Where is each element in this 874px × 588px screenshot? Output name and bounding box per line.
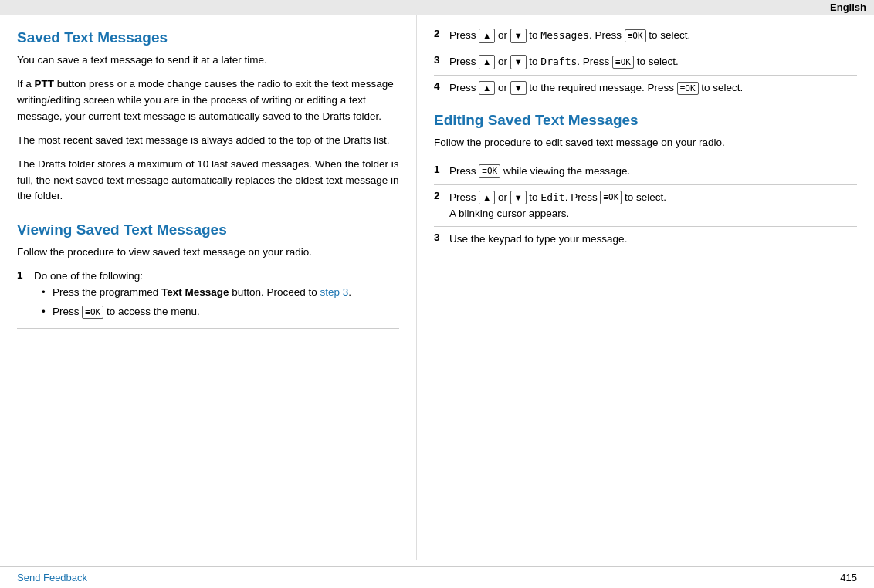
viewing-section: Viewing Saved Text Messages Follow the p…: [17, 221, 399, 261]
down-arrow-step2: ▼: [510, 29, 527, 42]
page-number: 415: [840, 572, 857, 583]
ok-icon-bullet2: ≡OK: [82, 306, 103, 319]
ok-icon-edit1: ≡OK: [479, 164, 500, 177]
ok-icon-step2: ≡OK: [625, 29, 646, 42]
up-arrow-step2: ▲: [479, 29, 495, 42]
para2: If a PTT button press or a mode change c…: [17, 76, 399, 125]
bullet-list: Press the programmed Text Message button…: [42, 285, 399, 320]
right-step-3: 3 Press ▲ or ▼ to Drafts. Press ≡OK to s…: [434, 49, 857, 76]
para1: You can save a text message to send it a…: [17, 52, 399, 69]
ok-icon-edit2: ≡OK: [600, 191, 622, 204]
step1-label: 1: [17, 269, 34, 323]
steps-list: 1 Do one of the following: Press the pro…: [17, 269, 399, 323]
edit-step2-label: 2: [434, 190, 449, 222]
right-steps: 2 Press ▲ or ▼ to Messages. Press ≡OK to…: [434, 23, 857, 101]
editing-para: Follow the procedure to edit saved text …: [434, 135, 857, 151]
edit-step1-label: 1: [434, 164, 449, 180]
edit-step-3: 3 Use the keypad to type your message.: [434, 227, 857, 252]
step3-label: 3: [434, 54, 449, 70]
bullet-2: Press ≡OK to access the menu.: [42, 304, 399, 320]
step3-content: Press ▲ or ▼ to Drafts. Press ≡OK to sel…: [449, 54, 857, 70]
top-bar: English: [0, 0, 874, 15]
edit-step3-content: Use the keypad to type your message.: [449, 231, 857, 248]
editing-title: Editing Saved Text Messages: [434, 112, 857, 129]
left-divider: [17, 328, 399, 329]
edit-step1-content: Press ≡OK while viewing the message.: [449, 164, 857, 180]
edit-step3-label: 3: [434, 231, 449, 248]
bullet-1: Press the programmed Text Message button…: [42, 285, 399, 301]
edit-step-2: 2 Press ▲ or ▼ to Edit. Press ≡OK to sel…: [434, 185, 857, 228]
right-step-2: 2 Press ▲ or ▼ to Messages. Press ≡OK to…: [434, 23, 857, 49]
step-1: 1 Do one of the following: Press the pro…: [17, 269, 399, 323]
viewing-title: Viewing Saved Text Messages: [17, 221, 399, 238]
step1-text: Do one of the following:: [34, 270, 143, 282]
language-label: English: [830, 2, 866, 13]
step2-content: Press ▲ or ▼ to Messages. Press ≡OK to s…: [449, 28, 857, 44]
step4-label: 4: [434, 80, 449, 96]
edit-step-1: 1 Press ≡OK while viewing the message.: [434, 159, 857, 185]
step1-content: Do one of the following: Press the progr…: [34, 269, 399, 323]
viewing-para: Follow the procedure to view saved text …: [17, 245, 399, 261]
main-content: Saved Text Messages You can save a text …: [0, 15, 874, 560]
up-arrow-step3: ▲: [479, 55, 495, 69]
footer: Send Feedback 415: [0, 566, 874, 588]
up-arrow-step4: ▲: [479, 81, 495, 95]
para4: The Drafts folder stores a maximum of 10…: [17, 157, 399, 205]
right-column: 2 Press ▲ or ▼ to Messages. Press ≡OK to…: [417, 15, 874, 560]
para3: The most recent saved text message is al…: [17, 133, 399, 149]
step2-label: 2: [434, 28, 449, 44]
down-arrow-step3: ▼: [510, 55, 527, 69]
saved-text-messages-title: Saved Text Messages: [17, 29, 399, 46]
down-arrow-step4: ▼: [510, 81, 527, 95]
edit-step2-content: Press ▲ or ▼ to Edit. Press ≡OK to selec…: [449, 190, 857, 222]
send-feedback-link[interactable]: Send Feedback: [17, 572, 87, 583]
ok-icon-step4: ≡OK: [677, 82, 699, 95]
down-arrow-edit2: ▼: [510, 191, 527, 204]
up-arrow-edit2: ▲: [479, 191, 495, 204]
ok-icon-step3: ≡OK: [612, 56, 634, 69]
editing-section: Editing Saved Text Messages Follow the p…: [434, 112, 857, 253]
step4-content: Press ▲ or ▼ to the required message. Pr…: [449, 80, 857, 96]
right-step-4: 4 Press ▲ or ▼ to the required message. …: [434, 76, 857, 101]
left-column: Saved Text Messages You can save a text …: [0, 15, 417, 560]
